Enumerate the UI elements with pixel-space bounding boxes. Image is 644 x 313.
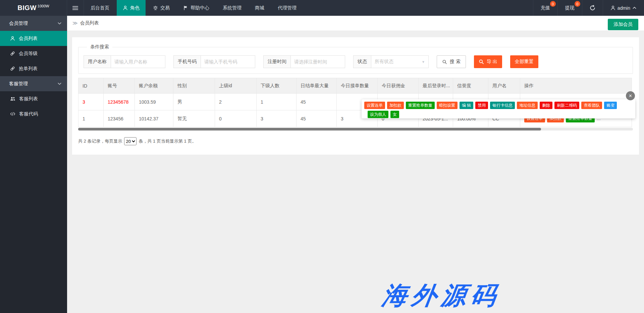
column-header: 上级id [215,78,257,94]
nav-item-5[interactable]: 商城 [249,0,270,16]
chevron-down-icon [57,82,62,86]
sidebar: 会员管理会员列表会员等级抢单列表客服管理客服列表客服代码 [0,16,67,313]
nav-item-label: 代理管理 [278,5,297,11]
cell-value: 暂无 [177,116,187,121]
sidebar-item[interactable]: 客服列表 [0,91,67,106]
cell-gender: 男 [173,94,215,110]
cell-id: 1 [78,110,104,127]
sidebar-group-0[interactable]: 会员管理 [0,16,67,31]
popup-action-button[interactable]: 设为假人 [368,111,388,118]
search-field-2: 注册时间 [263,55,345,68]
sidebar-item[interactable]: 会员等级 [0,46,67,61]
cell-daily_max: 45 [297,94,337,110]
cell-value: 45 [301,99,306,105]
close-icon[interactable]: × [626,91,635,100]
popup-action-button[interactable]: 加扣款 [387,102,404,109]
popup-action-button[interactable]: 设置连单 [364,102,385,109]
popup-action-button[interactable]: 暗扣设置 [437,102,458,109]
flag-icon [183,5,188,10]
notification-badge: 0 [575,1,580,7]
nav-right-link-0[interactable]: 充值0 [533,0,557,16]
nav-right: 充值0提现0 admin [533,0,644,16]
user-menu[interactable]: admin [603,0,644,16]
row-actions-popup: 设置连单加扣款重置抢单数量暗扣设置编 辑禁用银行卡信息地址信息删除刷新二维码查看… [362,99,635,118]
popup-action-button[interactable]: 女 [390,111,399,118]
export-button[interactable]: 导 出 [474,55,502,68]
refresh-icon [590,5,595,11]
cell-account: 12345678 [104,94,135,110]
status-select[interactable]: 所有状态 ▼ [371,55,429,68]
sidebar-group-label: 客服管理 [9,81,28,87]
pagination: 共 2 条记录，每页显示 20 条，共 1 页当前显示第 1 页。 [78,137,633,145]
cell-id: 3 [78,94,104,110]
cell-subordinates: 1 [257,94,297,110]
sidebar-item[interactable]: 客服代码 [0,106,67,121]
brand-logo: BIGW 1000W [0,0,67,16]
chevron-up-icon [632,6,637,10]
popup-action-button[interactable]: 禁用 [475,102,488,109]
cell-parent_id: 0 [215,110,257,127]
column-header: 今日获佣金 [378,78,419,94]
nav-right-link-1[interactable]: 提现0 [557,0,582,16]
search-icon [442,59,447,64]
nav-right-label: 提现 [565,5,575,11]
pagination-suffix: 条，共 1 页当前显示第 1 页。 [139,138,196,144]
person-icon [123,5,128,10]
column-header: 今日接单数量 [337,78,378,94]
breadcrumb-chevrons-icon: ≫ [72,20,78,26]
popup-action-button[interactable]: 银行卡信息 [490,102,515,109]
nav-item-3[interactable]: 帮助中心 [177,0,215,16]
cell-subordinates: 3 [257,110,297,127]
popup-row: 设为假人女 [364,111,633,118]
popup-action-button[interactable]: 重置抢单数量 [406,102,435,109]
cell-daily_max: 45 [297,110,337,127]
sidebar-item[interactable]: 抢单列表 [0,61,67,76]
nav-item-2[interactable]: 交易 [147,0,176,16]
sidebar-toggle-button[interactable] [67,0,84,16]
caret-down-icon: ▼ [422,60,425,64]
export-button-label: 导 出 [487,59,497,65]
popup-action-button[interactable]: 删除 [540,102,552,109]
cell-value: 3 [341,116,343,121]
search-button[interactable]: 搜 索 [437,55,466,68]
sidebar-item[interactable]: 会员列表 [0,31,67,46]
nav-item-label: 帮助中心 [191,5,209,11]
cell-parent_id: 2 [215,94,257,110]
search-row: 用户名称手机号码注册时间 状态 所有状态 ▼ 搜 [84,55,628,68]
nav-item-label: 商城 [255,5,264,11]
column-header: 账户余额 [135,78,173,94]
cell-value: 45 [301,116,306,121]
popup-action-button[interactable]: 刷新二维码 [554,102,579,109]
page-size-select[interactable]: 20 [124,137,137,145]
popup-action-button[interactable]: 编 辑 [460,102,473,109]
nav-item-4[interactable]: 系统管理 [217,0,248,16]
scrollbar-thumb[interactable] [78,128,541,131]
popup-action-button[interactable]: 查看团队 [581,102,602,109]
reset-all-button[interactable]: 全部重置 [510,55,538,68]
refresh-button[interactable] [582,0,603,16]
cell-balance: 10142.37 [135,110,173,127]
popup-action-button[interactable]: 地址信息 [517,102,538,109]
sidebar-group-1[interactable]: 客服管理 [0,76,67,91]
people-icon [10,96,15,101]
nav-menu: 后台首页角色交易帮助中心系统管理商城代理管理 [84,0,303,16]
search-field-input[interactable] [201,55,255,68]
nav-item-label: 后台首页 [91,5,109,11]
cell-value: 3 [261,116,263,121]
search-field-label: 手机号码 [173,55,201,68]
nav-right-label: 充值 [541,5,550,11]
nav-item-1[interactable]: 角色 [117,0,146,16]
watermark-text: 海外源码 [380,279,503,313]
pagination-prefix: 共 2 条记录，每页显示 [78,138,122,144]
search-field-input[interactable] [290,55,345,68]
status-select-value: 所有状态 [375,59,393,65]
search-field-input[interactable] [111,55,165,68]
nav-item-6[interactable]: 代理管理 [272,0,303,16]
add-member-button[interactable]: 添加会员 [608,19,638,30]
cell-value: 12345678 [108,99,128,105]
nav-item-0[interactable]: 后台首页 [85,0,115,16]
popup-row: 设置连单加扣款重置抢单数量暗扣设置编 辑禁用银行卡信息地址信息删除刷新二维码查看… [364,102,633,109]
search-field-1: 手机号码 [173,55,255,68]
popup-action-button[interactable]: 账变 [604,102,617,109]
cell-value: 123456 [108,116,123,121]
